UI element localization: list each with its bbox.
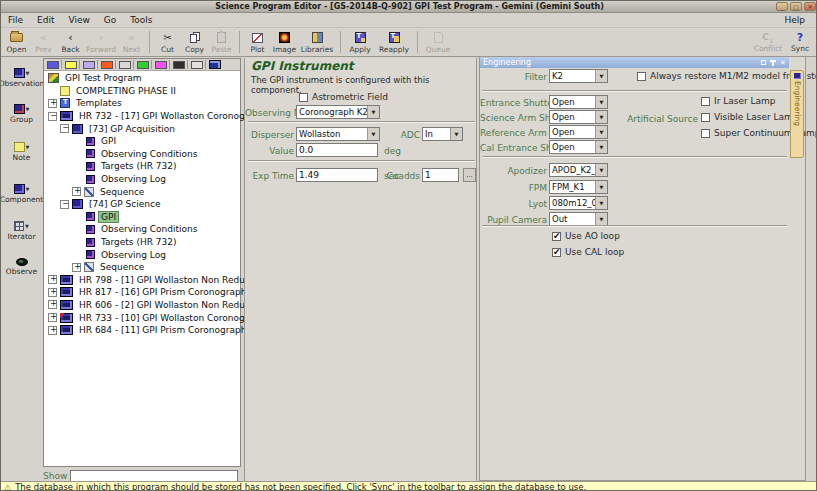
palette-swatch[interactable]: [47, 61, 59, 69]
tree-item-gpi-selected[interactable]: GPI: [99, 212, 118, 222]
component-icon: [86, 137, 95, 146]
maximize-icon[interactable]: □: [790, 2, 802, 11]
cut-button[interactable]: ✂Cut: [154, 29, 181, 55]
forward-button[interactable]: ›Forward: [84, 29, 118, 55]
coadds-more-button[interactable]: ...: [463, 168, 476, 182]
back-button[interactable]: ‹Back: [57, 29, 84, 55]
palette-swatch[interactable]: [173, 61, 185, 69]
next-button[interactable]: »Next: [118, 29, 145, 55]
note-button[interactable]: ▼ Note: [1, 142, 42, 162]
cal-entrance-shutter-select[interactable]: Open: [549, 140, 608, 154]
tree-item-group[interactable]: [73] GP Acquisition: [87, 124, 177, 134]
menu-help[interactable]: Help: [777, 15, 812, 25]
close-icon[interactable]: ✕: [804, 2, 816, 11]
tree-item-sequence[interactable]: Sequence: [98, 187, 146, 197]
open-button[interactable]: Open: [3, 29, 30, 55]
filter-select[interactable]: K2: [549, 69, 608, 83]
component-button[interactable]: ▼ Component: [1, 184, 42, 204]
expander-icon[interactable]: [60, 124, 69, 133]
exp-time-input[interactable]: [296, 168, 378, 182]
coadds-input[interactable]: [422, 168, 459, 182]
expander-icon[interactable]: [72, 187, 81, 196]
observing-mode-select[interactable]: Coronograph K2-band: [296, 105, 380, 119]
adc-select[interactable]: In: [422, 127, 463, 141]
expander-icon[interactable]: [48, 300, 57, 309]
expander-icon[interactable]: [48, 99, 57, 108]
observation-button[interactable]: ▼ Observation: [1, 68, 42, 88]
copy-button[interactable]: Copy: [181, 29, 208, 55]
minimize-icon[interactable]: _: [776, 2, 788, 11]
tree-item-group[interactable]: [74] GP Science: [87, 199, 163, 209]
close-panel-icon[interactable]: ✕: [779, 59, 787, 67]
toolbar: Open «Prev ‹Back ›Forward »Next ✂Cut Cop…: [1, 28, 817, 57]
sync-button[interactable]: ?Sync: [786, 29, 814, 54]
menu-view[interactable]: View: [62, 15, 97, 25]
libraries-button[interactable]: Libraries: [298, 29, 336, 55]
menu-tools[interactable]: Tools: [123, 15, 159, 25]
ir-laser-lamp-checkbox[interactable]: Ir Laser Lamp: [701, 96, 776, 106]
tree-item-sequence[interactable]: Sequence: [98, 262, 146, 272]
tree-item-observing-log[interactable]: Observing Log: [99, 250, 168, 260]
expander-icon[interactable]: [48, 112, 57, 121]
expander-icon[interactable]: [72, 263, 81, 272]
window-titlebar[interactable]: Science Program Editor - [GS-2014B-Q-902…: [1, 1, 817, 13]
disperser-select[interactable]: Wollaston: [296, 127, 380, 141]
tree-item-observing-conditions[interactable]: Observing Conditions: [99, 224, 199, 234]
menu-go[interactable]: Go: [97, 15, 123, 25]
palette-swatch[interactable]: [155, 61, 167, 69]
group-button[interactable]: ▼ Group: [1, 104, 42, 124]
lyot-select[interactable]: 080m12_07: [549, 196, 608, 210]
tree-item-targets[interactable]: Targets (HR 732): [99, 161, 178, 171]
use-cal-loop-checkbox[interactable]: Use CAL loop: [552, 247, 624, 257]
deg-unit-label: deg: [384, 146, 401, 156]
apodizer-select[interactable]: APOD_K2_56: [549, 163, 608, 177]
reference-arm-shutter-select[interactable]: Open: [549, 125, 608, 139]
tree-item-observing-log[interactable]: Observing Log: [99, 174, 168, 184]
palette-swatch[interactable]: [83, 61, 95, 69]
value-input[interactable]: [296, 143, 378, 157]
plot-icon: [252, 33, 263, 43]
plot-button[interactable]: Plot: [244, 29, 271, 55]
tree-item-targets[interactable]: Targets (HR 732): [99, 237, 178, 247]
astrometric-field-checkbox[interactable]: Astrometric Field: [299, 92, 388, 102]
engineering-side-tab[interactable]: Engineering: [790, 70, 804, 158]
reapply-button[interactable]: Reapply: [375, 29, 413, 55]
tree-item-observing-conditions[interactable]: Observing Conditions: [99, 149, 199, 159]
menu-edit[interactable]: Edit: [30, 15, 61, 25]
apply-button[interactable]: Apply: [345, 29, 375, 55]
tree-item-program[interactable]: GPI Test Program: [63, 73, 143, 83]
tree-item-note[interactable]: COMPLETING PHASE II: [74, 86, 178, 96]
apply-icon: [355, 32, 366, 43]
expander-icon[interactable]: [48, 288, 57, 297]
menu-file[interactable]: File: [1, 15, 30, 25]
palette-libraries-icon[interactable]: [209, 60, 221, 69]
image-button[interactable]: Image: [271, 29, 298, 55]
entrance-shutter-select[interactable]: Open: [549, 95, 608, 109]
pin-icon[interactable]: [769, 59, 777, 67]
observe-button[interactable]: Observe: [1, 258, 42, 276]
paste-button[interactable]: Paste: [208, 29, 235, 55]
tree-item-templates[interactable]: Templates: [74, 98, 124, 108]
palette-swatch[interactable]: [191, 61, 203, 69]
palette-swatch[interactable]: [137, 61, 149, 69]
forward-icon: ›: [99, 32, 104, 43]
pupil-camera-select[interactable]: Out: [549, 212, 608, 226]
restore-panel-icon[interactable]: [759, 59, 767, 67]
use-ao-loop-checkbox[interactable]: Use AO loop: [552, 231, 620, 241]
queue-button[interactable]: Queue: [422, 29, 454, 55]
palette-swatch[interactable]: [65, 61, 77, 69]
expander-icon[interactable]: [48, 313, 57, 322]
palette-swatch[interactable]: [119, 61, 131, 69]
expander-icon[interactable]: [48, 326, 57, 335]
expander-icon[interactable]: [48, 275, 57, 284]
iterator-button[interactable]: ▼ Iterator: [1, 221, 42, 241]
visible-laser-lamp-checkbox[interactable]: Visible Laser Lamp: [701, 112, 799, 122]
engineering-titlebar[interactable]: Engineering ✕: [480, 57, 789, 68]
expander-icon[interactable]: [60, 200, 69, 209]
conflict-button[interactable]: C↓Conflict: [750, 29, 786, 54]
palette-swatch[interactable]: [101, 61, 113, 69]
program-icon: [48, 73, 59, 83]
fpm-select[interactable]: FPM_K1: [549, 180, 608, 194]
prev-button[interactable]: «Prev: [30, 29, 57, 55]
tree-item-gpi[interactable]: GPI: [99, 136, 118, 146]
